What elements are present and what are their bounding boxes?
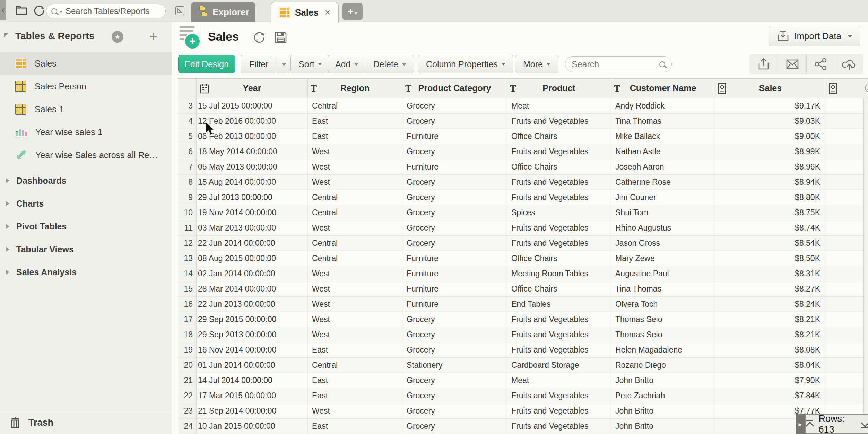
scroll-to-bottom-button[interactable] xyxy=(861,420,868,428)
cell-product-category[interactable]: Grocery xyxy=(402,403,507,418)
refresh-view-button[interactable] xyxy=(253,31,266,45)
cell-rownum[interactable]: 17 xyxy=(178,312,197,327)
cell-region[interactable]: East xyxy=(308,129,402,144)
more-button[interactable]: More xyxy=(515,55,558,73)
share-button[interactable] xyxy=(806,54,835,74)
cell-sales[interactable]: $8.50K xyxy=(715,251,826,266)
cell-currency[interactable] xyxy=(826,159,868,174)
cell-product[interactable]: Meat xyxy=(507,98,611,113)
cell-sales[interactable]: $7.84K xyxy=(715,388,826,403)
publish-button[interactable] xyxy=(835,54,863,74)
cell-sales[interactable]: $7.90K xyxy=(715,373,826,388)
column-header-region[interactable]: TRegion xyxy=(308,79,402,98)
sidebar-search-input[interactable] xyxy=(66,6,160,16)
delete-button[interactable]: Delete xyxy=(366,55,413,73)
cell-currency[interactable] xyxy=(826,312,868,327)
cell-year[interactable]: 29 Jul 2013 00:00:00 xyxy=(197,190,308,205)
cell-product[interactable]: Fruits and Vegetables xyxy=(507,144,611,159)
cell-customer-name[interactable]: Rozario Diego xyxy=(611,358,715,373)
sidebar-item-sales-person[interactable]: Sales Person xyxy=(0,75,172,98)
cell-product-category[interactable]: Grocery xyxy=(402,205,507,220)
cell-year[interactable]: 18 May 2014 00:00:00 xyxy=(197,144,308,159)
column-header-product-category[interactable]: TProduct Category xyxy=(402,79,507,98)
cell-year[interactable]: 22 Jun 2013 00:00:00 xyxy=(197,297,308,312)
cell-region[interactable]: Central xyxy=(308,190,402,205)
cell-rownum[interactable]: 12 xyxy=(178,236,197,251)
cell-product-category[interactable]: Grocery xyxy=(402,190,507,205)
cell-currency[interactable] xyxy=(826,98,868,113)
cell-year[interactable]: 28 Mar 2014 00:00:00 xyxy=(197,281,308,296)
cell-year[interactable]: 03 Mar 2013 00:00:00 xyxy=(197,220,308,235)
cell-rownum[interactable]: 22 xyxy=(178,388,197,403)
cell-product[interactable]: Office Chairs xyxy=(507,159,611,174)
cell-year[interactable]: 10 Jan 2015 00:00:00 xyxy=(197,419,308,434)
cell-product[interactable]: Office Chairs xyxy=(507,281,611,296)
cell-rownum[interactable]: 14 xyxy=(178,266,197,281)
add-button[interactable]: Add xyxy=(328,55,366,73)
filter-button[interactable]: Filter xyxy=(241,55,277,73)
cell-currency[interactable] xyxy=(826,205,868,220)
sidebar-section-pivot-tables[interactable]: Pivot Tables xyxy=(0,215,172,238)
cell-customer-name[interactable]: Augustine Paul xyxy=(611,266,715,281)
table-row[interactable]: 1402 Jan 2014 00:00:00WestFurnitureMeeti… xyxy=(178,266,868,281)
cell-product[interactable]: Fruits and Vegetables xyxy=(507,327,611,342)
sidebar-search[interactable] xyxy=(46,4,166,18)
table-search[interactable] xyxy=(565,56,672,72)
cell-sales[interactable]: $8.24K xyxy=(715,297,826,312)
cell-year[interactable]: 21 Sep 2014 00:00:00 xyxy=(197,403,308,418)
table-row[interactable]: 1103 Mar 2013 00:00:00WestGroceryFruits … xyxy=(178,220,868,236)
rows-panel-handle[interactable]: ▸ xyxy=(796,414,805,434)
cell-rownum[interactable]: 16 xyxy=(178,297,197,312)
cell-currency[interactable] xyxy=(826,175,868,190)
cell-region[interactable]: West xyxy=(308,281,402,296)
cell-region[interactable]: Central xyxy=(308,236,402,251)
edit-design-button[interactable]: Edit Design xyxy=(178,55,235,73)
cell-rownum[interactable]: 10 xyxy=(178,205,197,220)
cell-region[interactable]: West xyxy=(308,144,402,159)
cell-product-category[interactable]: Grocery xyxy=(402,175,507,190)
cell-sales[interactable]: $8.74K xyxy=(715,220,826,235)
cell-product[interactable]: Office Chairs xyxy=(507,129,611,144)
cell-customer-name[interactable]: Olvera Toch xyxy=(611,297,715,312)
cell-product-category[interactable]: Stationery xyxy=(402,358,507,373)
sidebar-item-trash[interactable]: Trash xyxy=(0,411,172,434)
cell-currency[interactable] xyxy=(826,388,868,403)
tab-explorer[interactable]: Explorer xyxy=(191,2,255,22)
cell-sales[interactable]: $9.00K xyxy=(715,129,826,144)
cell-rownum[interactable]: 19 xyxy=(178,342,197,357)
table-row[interactable]: 1622 Jun 2013 00:00:00WestFurnitureEnd T… xyxy=(178,297,868,312)
cell-customer-name[interactable]: John Britto xyxy=(611,373,715,388)
cell-rownum[interactable]: 6 xyxy=(178,144,197,159)
cell-customer-name[interactable]: Pete Zachriah xyxy=(611,388,715,403)
popout-icon[interactable] xyxy=(175,6,184,15)
cell-year[interactable]: 14 Jul 2014 00:00:00 xyxy=(197,373,308,388)
cell-sales[interactable]: $8.94K xyxy=(715,175,826,190)
import-data-button[interactable]: Import Data xyxy=(769,26,860,46)
view-list-toggle[interactable]: + xyxy=(180,26,200,49)
cell-region[interactable]: East xyxy=(308,342,402,357)
cell-region[interactable]: West xyxy=(308,220,402,235)
cell-sales[interactable]: $9.17K xyxy=(715,98,826,113)
sidebar-section-tabular-views[interactable]: Tabular Views xyxy=(0,238,172,261)
cell-rownum[interactable]: 3 xyxy=(178,98,197,113)
cell-rownum[interactable]: 7 xyxy=(178,159,197,174)
table-row[interactable]: 929 Jul 2013 00:00:00CentralGroceryFruit… xyxy=(178,190,868,205)
favorite-star-icon[interactable]: ★ xyxy=(112,31,123,43)
cell-region[interactable]: West xyxy=(308,266,402,281)
cell-product[interactable]: Spices xyxy=(507,205,611,220)
cell-rownum[interactable]: 13 xyxy=(178,251,197,266)
column-header-currency[interactable] xyxy=(826,79,868,98)
cell-region[interactable]: Central xyxy=(308,358,402,373)
cell-sales[interactable]: $8.75K xyxy=(715,205,826,220)
add-report-button[interactable]: + xyxy=(149,28,157,44)
cell-year[interactable]: 15 Jul 2015 00:00:00 xyxy=(197,98,308,113)
tab-sales[interactable]: Sales × xyxy=(271,2,339,23)
cell-sales[interactable]: $8.54K xyxy=(715,236,826,251)
column-header-product[interactable]: TProduct xyxy=(507,79,611,98)
cell-rownum[interactable]: 21 xyxy=(178,373,197,388)
cell-currency[interactable] xyxy=(826,236,868,251)
cell-currency[interactable] xyxy=(826,220,868,235)
vertical-scrollbar[interactable] xyxy=(863,98,868,434)
table-row[interactable]: 1019 Nov 2014 00:00:00CentralGrocerySpic… xyxy=(178,205,868,220)
cell-product-category[interactable]: Furniture xyxy=(402,281,507,296)
